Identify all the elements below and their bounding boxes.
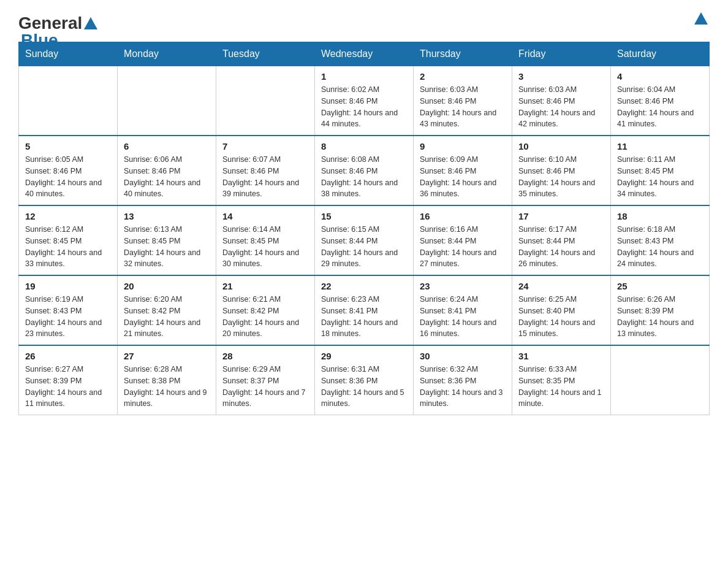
calendar-day-cell: 25Sunrise: 6:26 AM Sunset: 8:39 PM Dayli…: [611, 275, 710, 345]
day-info: Sunrise: 6:18 AM Sunset: 8:43 PM Dayligh…: [617, 224, 703, 270]
calendar-day-cell: 16Sunrise: 6:16 AM Sunset: 8:44 PM Dayli…: [414, 205, 512, 275]
day-number: 2: [420, 71, 506, 82]
calendar-day-cell: 14Sunrise: 6:14 AM Sunset: 8:45 PM Dayli…: [216, 205, 315, 275]
day-info: Sunrise: 6:16 AM Sunset: 8:44 PM Dayligh…: [420, 224, 506, 270]
calendar-day-cell: 26Sunrise: 6:27 AM Sunset: 8:39 PM Dayli…: [19, 345, 118, 415]
day-number: 27: [124, 351, 210, 361]
page-header: [18, 12, 710, 36]
day-info: Sunrise: 6:32 AM Sunset: 8:36 PM Dayligh…: [420, 364, 506, 410]
day-number: 30: [420, 351, 506, 361]
calendar-day-cell: 20Sunrise: 6:20 AM Sunset: 8:42 PM Dayli…: [118, 275, 216, 345]
day-number: 23: [420, 281, 506, 291]
day-info: Sunrise: 6:33 AM Sunset: 8:35 PM Dayligh…: [518, 364, 604, 410]
day-info: Sunrise: 6:03 AM Sunset: 8:46 PM Dayligh…: [420, 84, 506, 130]
calendar-day-cell: 5Sunrise: 6:05 AM Sunset: 8:46 PM Daylig…: [19, 136, 118, 205]
day-number: 14: [222, 211, 308, 221]
calendar-day-cell: 10Sunrise: 6:10 AM Sunset: 8:46 PM Dayli…: [512, 136, 611, 205]
day-number: 1: [321, 71, 407, 82]
day-info: Sunrise: 6:19 AM Sunset: 8:43 PM Dayligh…: [25, 294, 111, 340]
day-number: 20: [124, 281, 210, 291]
day-number: 3: [518, 71, 604, 82]
logo-flag-icon: [84, 17, 97, 29]
day-info: Sunrise: 6:09 AM Sunset: 8:46 PM Dayligh…: [420, 154, 506, 200]
day-info: Sunrise: 6:25 AM Sunset: 8:40 PM Dayligh…: [518, 294, 604, 340]
day-info: Sunrise: 6:31 AM Sunset: 8:36 PM Dayligh…: [321, 364, 407, 410]
logo: [692, 12, 710, 36]
day-info: Sunrise: 6:26 AM Sunset: 8:39 PM Dayligh…: [617, 294, 703, 340]
day-number: 16: [420, 211, 506, 221]
svg-marker-2: [84, 17, 97, 29]
calendar-day-cell: 29Sunrise: 6:31 AM Sunset: 8:36 PM Dayli…: [315, 345, 414, 415]
day-info: Sunrise: 6:06 AM Sunset: 8:46 PM Dayligh…: [124, 154, 210, 200]
day-number: 18: [617, 211, 703, 221]
day-number: 8: [321, 141, 407, 151]
day-number: 26: [25, 351, 111, 361]
day-info: Sunrise: 6:21 AM Sunset: 8:42 PM Dayligh…: [222, 294, 308, 340]
day-number: 11: [617, 141, 703, 151]
day-info: Sunrise: 6:05 AM Sunset: 8:46 PM Dayligh…: [25, 154, 111, 200]
calendar-day-cell: 6Sunrise: 6:06 AM Sunset: 8:46 PM Daylig…: [118, 136, 216, 205]
calendar-week-row: 5Sunrise: 6:05 AM Sunset: 8:46 PM Daylig…: [19, 136, 710, 205]
calendar-day-cell: 3Sunrise: 6:03 AM Sunset: 8:46 PM Daylig…: [512, 66, 611, 136]
day-info: Sunrise: 6:14 AM Sunset: 8:45 PM Dayligh…: [222, 224, 308, 270]
day-number: 25: [617, 281, 703, 291]
calendar-week-row: 26Sunrise: 6:27 AM Sunset: 8:39 PM Dayli…: [19, 345, 710, 415]
calendar-day-cell: 30Sunrise: 6:32 AM Sunset: 8:36 PM Dayli…: [414, 345, 512, 415]
day-info: Sunrise: 6:23 AM Sunset: 8:41 PM Dayligh…: [321, 294, 407, 340]
calendar-day-header: Wednesday: [315, 42, 414, 66]
calendar-day-cell: 1Sunrise: 6:02 AM Sunset: 8:46 PM Daylig…: [315, 66, 414, 136]
calendar-day-cell: 19Sunrise: 6:19 AM Sunset: 8:43 PM Dayli…: [19, 275, 118, 345]
calendar-day-cell: 17Sunrise: 6:17 AM Sunset: 8:44 PM Dayli…: [512, 205, 611, 275]
calendar-day-header: Friday: [512, 42, 611, 66]
day-info: Sunrise: 6:04 AM Sunset: 8:46 PM Dayligh…: [617, 84, 703, 130]
calendar-week-row: 12Sunrise: 6:12 AM Sunset: 8:45 PM Dayli…: [19, 205, 710, 275]
day-number: 12: [25, 211, 111, 221]
day-info: Sunrise: 6:03 AM Sunset: 8:46 PM Dayligh…: [518, 84, 604, 130]
calendar-week-row: 1Sunrise: 6:02 AM Sunset: 8:46 PM Daylig…: [19, 66, 710, 136]
day-number: 5: [25, 141, 111, 151]
calendar-day-cell: 8Sunrise: 6:08 AM Sunset: 8:46 PM Daylig…: [315, 136, 414, 205]
day-info: Sunrise: 6:11 AM Sunset: 8:45 PM Dayligh…: [617, 154, 703, 200]
calendar-day-cell: 12Sunrise: 6:12 AM Sunset: 8:45 PM Dayli…: [19, 205, 118, 275]
day-info: Sunrise: 6:29 AM Sunset: 8:37 PM Dayligh…: [222, 364, 308, 410]
calendar-day-cell: [611, 345, 710, 415]
calendar-day-cell: 9Sunrise: 6:09 AM Sunset: 8:46 PM Daylig…: [414, 136, 512, 205]
calendar-day-cell: 2Sunrise: 6:03 AM Sunset: 8:46 PM Daylig…: [414, 66, 512, 136]
day-number: 24: [518, 281, 604, 291]
day-number: 9: [420, 141, 506, 151]
logo-triangle-icon: [694, 12, 708, 25]
day-info: Sunrise: 6:13 AM Sunset: 8:45 PM Dayligh…: [124, 224, 210, 270]
day-info: Sunrise: 6:15 AM Sunset: 8:44 PM Dayligh…: [321, 224, 407, 270]
day-info: Sunrise: 6:02 AM Sunset: 8:46 PM Dayligh…: [321, 84, 407, 130]
calendar-table: SundayMondayTuesdayWednesdayThursdayFrid…: [18, 42, 710, 415]
day-number: 17: [518, 211, 604, 221]
logo-blue-text: Blue: [21, 31, 58, 50]
day-info: Sunrise: 6:20 AM Sunset: 8:42 PM Dayligh…: [124, 294, 210, 340]
calendar-day-header: Thursday: [414, 42, 512, 66]
svg-marker-0: [694, 12, 708, 25]
calendar-day-cell: [216, 66, 315, 136]
calendar-day-cell: 7Sunrise: 6:07 AM Sunset: 8:46 PM Daylig…: [216, 136, 315, 205]
day-number: 31: [518, 351, 604, 361]
calendar-day-cell: 11Sunrise: 6:11 AM Sunset: 8:45 PM Dayli…: [611, 136, 710, 205]
logo-container: General Blue: [18, 13, 97, 50]
day-info: Sunrise: 6:10 AM Sunset: 8:46 PM Dayligh…: [518, 154, 604, 200]
day-number: 6: [124, 141, 210, 151]
calendar-day-cell: 23Sunrise: 6:24 AM Sunset: 8:41 PM Dayli…: [414, 275, 512, 345]
day-number: 29: [321, 351, 407, 361]
day-info: Sunrise: 6:12 AM Sunset: 8:45 PM Dayligh…: [25, 224, 111, 270]
day-info: Sunrise: 6:24 AM Sunset: 8:41 PM Dayligh…: [420, 294, 506, 340]
calendar-header-row: SundayMondayTuesdayWednesdayThursdayFrid…: [19, 42, 710, 66]
day-number: 4: [617, 71, 703, 82]
day-info: Sunrise: 6:07 AM Sunset: 8:46 PM Dayligh…: [222, 154, 308, 200]
day-number: 10: [518, 141, 604, 151]
day-number: 15: [321, 211, 407, 221]
day-number: 28: [222, 351, 308, 361]
day-info: Sunrise: 6:27 AM Sunset: 8:39 PM Dayligh…: [25, 364, 111, 410]
calendar-day-cell: 24Sunrise: 6:25 AM Sunset: 8:40 PM Dayli…: [512, 275, 611, 345]
calendar-day-header: Monday: [118, 42, 216, 66]
calendar-day-header: Tuesday: [216, 42, 315, 66]
calendar-day-cell: 28Sunrise: 6:29 AM Sunset: 8:37 PM Dayli…: [216, 345, 315, 415]
day-info: Sunrise: 6:08 AM Sunset: 8:46 PM Dayligh…: [321, 154, 407, 200]
day-number: 7: [222, 141, 308, 151]
